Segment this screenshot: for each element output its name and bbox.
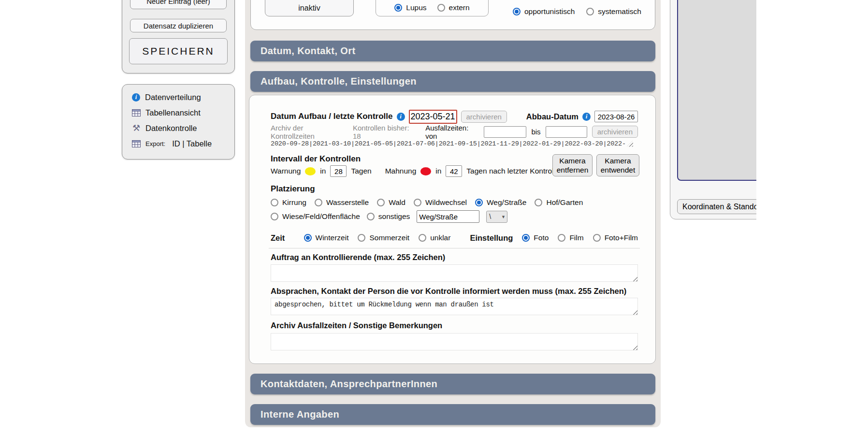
dropdown-value: \ bbox=[489, 213, 491, 220]
page: Neuer Eintrag (leer) Datensatz duplizier… bbox=[0, 0, 868, 436]
table-icon bbox=[132, 140, 141, 147]
tagen-label: Tagen bbox=[351, 167, 371, 175]
radio-systematisch[interactable]: systematisch bbox=[586, 7, 641, 16]
info-icon: i bbox=[132, 93, 140, 102]
sidebar-item-export[interactable]: Export: ID | Tabelle bbox=[132, 136, 234, 151]
camera-remove-button[interactable]: Kamera entfernen bbox=[552, 154, 593, 176]
radio-label: Lupus bbox=[406, 3, 426, 12]
info-icon[interactable]: i bbox=[397, 113, 405, 121]
setup-date-input[interactable] bbox=[409, 110, 457, 124]
radio-weg-strasse[interactable]: Weg/Straße bbox=[475, 198, 526, 207]
radio-icon bbox=[315, 199, 322, 206]
map-placeholder bbox=[677, 0, 756, 181]
control-dates-list: 2020-09-28|2021-03-10|2021-05-05|2021-07… bbox=[271, 140, 626, 147]
zeit-einstellung-row: Zeit Winterzeit Sommerzeit unklar Einste… bbox=[271, 232, 638, 244]
auftrag-label-row: Auftrag an Kontrollierende (max. 255 Zei… bbox=[271, 252, 638, 262]
radio-foto-film[interactable]: Foto+Film bbox=[593, 233, 638, 242]
status-bar: inaktiv Lupus extern opportunistisch sys… bbox=[250, 0, 655, 30]
export-target-label: ID | Tabelle bbox=[172, 139, 212, 148]
radio-label: Wasserstelle bbox=[326, 198, 369, 207]
archiv-bemerkungen-textarea[interactable] bbox=[271, 333, 638, 350]
placement-row-1: Kirrung Wasserstelle Wald Wildwechsel We… bbox=[271, 197, 638, 208]
warning-days-input[interactable] bbox=[330, 165, 347, 177]
actions-panel: Neuer Eintrag (leer) Datensatz duplizier… bbox=[122, 0, 235, 73]
inactive-button[interactable]: inaktiv bbox=[265, 0, 354, 16]
radio-hof-garten[interactable]: Hof/Garten bbox=[535, 198, 583, 207]
camera-stolen-button[interactable]: Kamera entwendet bbox=[596, 154, 639, 176]
radio-wildwechsel[interactable]: Wildwechsel bbox=[414, 198, 467, 207]
sidebar-item-datenkontrolle[interactable]: ⚒ Datenkontrolle bbox=[132, 120, 234, 136]
auftrag-textarea[interactable] bbox=[271, 264, 638, 282]
radio-label: systematisch bbox=[598, 7, 641, 16]
sidebar-item-label: Datenkontrolle bbox=[145, 124, 197, 133]
radio-label: sonstiges bbox=[378, 212, 410, 221]
radio-kirrung[interactable]: Kirrung bbox=[271, 198, 306, 207]
radio-icon bbox=[419, 234, 426, 242]
save-button[interactable]: SPEICHERN bbox=[129, 38, 228, 64]
chevron-down-icon: ▾ bbox=[502, 214, 505, 220]
radio-extern[interactable]: extern bbox=[437, 3, 470, 12]
radio-sonstiges[interactable]: sonstiges bbox=[367, 212, 410, 221]
section-header-aufbau[interactable]: Aufbau, Kontrolle, Einstellungen bbox=[250, 71, 655, 92]
duplicate-record-button[interactable]: Datensatz duplizieren bbox=[130, 19, 227, 32]
info-icon[interactable]: i bbox=[582, 113, 591, 121]
reminder-label: Mahnung bbox=[385, 167, 417, 175]
new-entry-button[interactable]: Neuer Eintrag (leer) bbox=[130, 0, 227, 9]
map-panel: Koordinaten & Standort bbox=[670, 0, 756, 219]
coordinates-button[interactable]: Koordinaten & Standort bbox=[677, 199, 756, 214]
radio-sommerzeit[interactable]: Sommerzeit bbox=[358, 233, 409, 242]
interval-suffix-label: Tagen nach letzter Kontrolle. bbox=[466, 167, 561, 175]
downtime-from-input[interactable] bbox=[484, 126, 526, 138]
absprachen-textarea[interactable]: abgesprochen, bittet um Rückmeldung wenn… bbox=[271, 298, 638, 315]
radio-wiese-feld[interactable]: Wiese/Feld/Offenfläche bbox=[271, 212, 360, 221]
archive-date-button[interactable]: archivieren bbox=[461, 111, 507, 123]
export-prefix-label: Export: bbox=[145, 140, 165, 147]
sidebar-item-tabellenansicht[interactable]: Tabellenansicht bbox=[132, 105, 234, 120]
downtime-to-input[interactable] bbox=[546, 126, 587, 138]
radio-label: Wildwechsel bbox=[425, 198, 467, 207]
radio-label: Kirrung bbox=[282, 198, 306, 207]
tools-icon: ⚒ bbox=[132, 123, 141, 133]
sonstiges-input[interactable] bbox=[417, 210, 479, 223]
radio-opportunistisch[interactable]: opportunistisch bbox=[513, 7, 575, 16]
reminder-days-input[interactable] bbox=[446, 165, 462, 177]
radio-wald[interactable]: Wald bbox=[377, 198, 405, 207]
downtime-bis-label: bis bbox=[531, 128, 540, 136]
reminder-dot-icon bbox=[420, 167, 431, 175]
radio-selected-icon bbox=[394, 4, 402, 12]
sidebar-item-label: Tabellenansicht bbox=[145, 108, 201, 117]
radio-icon bbox=[414, 199, 421, 206]
placement-dropdown[interactable]: \ ▾ bbox=[486, 211, 507, 223]
section-header-interne-angaben[interactable]: Interne Angaben bbox=[250, 404, 655, 425]
interval-title: Intervall der Kontrollen bbox=[271, 154, 361, 164]
section-header-kontaktdaten[interactable]: Kontaktdaten, AnsprechpartnerInnen bbox=[250, 374, 655, 394]
interval-row: Warnung in Tagen Mahnung in Tagen nach l… bbox=[271, 165, 564, 177]
radio-winterzeit[interactable]: Winterzeit bbox=[304, 233, 349, 242]
in-label: in bbox=[320, 167, 326, 175]
radio-icon bbox=[593, 234, 601, 242]
app-viewport: Neuer Eintrag (leer) Datensatz duplizier… bbox=[0, 0, 756, 436]
removal-date-label: Abbau-Datum bbox=[526, 112, 579, 121]
controls-count-label: Kontrollen bisher: 18 bbox=[353, 124, 416, 140]
radio-label: Film bbox=[569, 233, 583, 242]
radio-film[interactable]: Film bbox=[558, 233, 583, 242]
tools-menu: i Datenverteilung Tabellenansicht ⚒ Date… bbox=[122, 84, 235, 160]
radio-foto[interactable]: Foto bbox=[522, 233, 549, 242]
archive-downtime-button[interactable]: archivieren bbox=[592, 126, 638, 138]
radio-selected-icon bbox=[304, 234, 312, 242]
removal-date-input[interactable] bbox=[594, 111, 638, 122]
zeit-label: Zeit bbox=[271, 233, 285, 243]
radio-label: extern bbox=[449, 3, 470, 12]
radio-selected-icon bbox=[513, 8, 521, 15]
radio-label: Sommerzeit bbox=[369, 233, 409, 242]
sidebar-item-datenverteilung[interactable]: i Datenverteilung bbox=[132, 89, 234, 105]
mode-radio-group: opportunistisch systematisch bbox=[513, 7, 641, 16]
warning-dot-icon bbox=[305, 167, 316, 175]
resize-handle-icon[interactable] bbox=[627, 141, 633, 147]
radio-unklar[interactable]: unklar bbox=[419, 233, 450, 242]
radio-lupus[interactable]: Lupus bbox=[394, 3, 426, 12]
section-header-datum-kontakt-ort[interactable]: Datum, Kontakt, Ort bbox=[250, 41, 655, 61]
control-archive-link[interactable]: Archiv der Kontrollzeiten bbox=[271, 124, 345, 140]
radio-wasserstelle[interactable]: Wasserstelle bbox=[315, 198, 369, 207]
radio-label: opportunistisch bbox=[524, 7, 575, 16]
